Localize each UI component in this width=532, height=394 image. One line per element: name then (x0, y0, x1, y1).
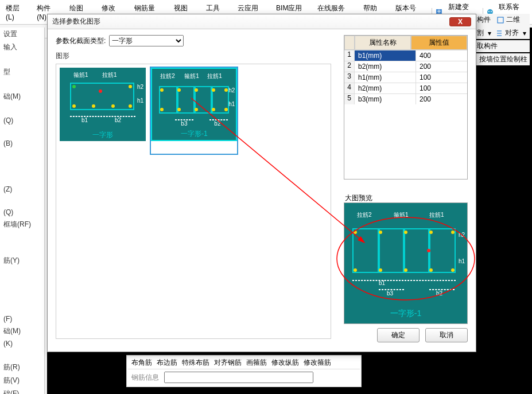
rebar-info-input[interactable] (164, 372, 313, 383)
left-item[interactable]: 型 (0, 65, 44, 79)
svg-rect-5 (498, 17, 503, 23)
preview-section-label: 大图预览 (345, 193, 372, 203)
shape-thumb-label: 一字形 (60, 130, 146, 140)
menu-floor[interactable]: 楼层(L) (2, 2, 31, 22)
twod-button[interactable]: 二维 (506, 15, 520, 25)
preview-box: 拉筋2 箍筋1 拉筋1 h2 h1 b1 b3 b2 一字形-1 (344, 202, 468, 324)
attr-row[interactable]: 3h1(mm)100 (344, 72, 467, 83)
rebar-info-label: 钢筋信息 (131, 373, 159, 381)
left-item[interactable]: (Z) (0, 184, 44, 195)
left-item[interactable]: 础(M) (0, 90, 44, 103)
svg-point-4 (491, 11, 492, 12)
drawing-canvas-right[interactable] (476, 28, 532, 394)
bottom-tab[interactable]: 对齐钢筋 (214, 358, 242, 368)
left-item[interactable]: 筋(R) (0, 361, 44, 374)
attr-row[interactable]: 5b3(mm)200 (344, 93, 467, 104)
svg-point-3 (488, 11, 490, 12)
bottom-tab[interactable]: 特殊布筋 (182, 358, 209, 368)
parametric-shape-dialog: 选择参数化图形 X 参数化截面类型: 一字形 图形 箍筋1 拉筋1 (47, 14, 476, 352)
bottom-rebar-toolbar: 布角筋 布边筋 特殊布筋 对齐钢筋 画箍筋 修改纵筋 修改箍筋 钢筋信息 (126, 355, 362, 387)
left-item[interactable]: (B) (0, 138, 44, 149)
left-item[interactable]: 础(F) (0, 387, 44, 394)
attr-header-name: 属性名称 (355, 36, 411, 50)
left-item[interactable]: 框墙(RF) (0, 218, 44, 231)
bottom-tab[interactable]: 布角筋 (131, 358, 152, 368)
align-icon (496, 30, 503, 37)
left-item[interactable]: 础(M) (0, 325, 44, 338)
right-tool-cluster: 用构件 二维 分割 ▾ 对齐 ▾ 拾取构件 按墙位置绘制柱 (468, 14, 530, 65)
cancel-button[interactable]: 取消 (425, 328, 468, 342)
draw-column-by-wall-button[interactable]: 按墙位置绘制柱 (479, 54, 527, 64)
dialog-titlebar: 选择参数化图形 X (48, 14, 476, 29)
left-item[interactable]: (K) (0, 338, 44, 349)
left-item[interactable]: 筋(Y) (0, 254, 44, 267)
bottom-tab[interactable]: 修改纵筋 (271, 358, 299, 368)
shape-thumb-label: 一字形-1 (152, 129, 236, 139)
left-item[interactable]: (Q) (0, 206, 44, 218)
left-tree-panel: 设置 输入 型 础(M) (Q) (B) (Z) (Q) 框墙(RF) 筋(Y)… (0, 28, 45, 394)
attr-header-value: 属性值 (411, 36, 467, 50)
attr-row[interactable]: 1 b1(mm) 400 (344, 50, 467, 61)
left-item[interactable]: 筋(V) (0, 374, 44, 387)
bottom-tab[interactable]: 修改箍筋 (304, 358, 331, 368)
left-item[interactable]: 输入 (0, 41, 44, 54)
shape-thumb-yizhixing[interactable]: 箍筋1 拉筋1 h2 h1 b1 b2 一字形 (60, 68, 146, 154)
left-item[interactable]: (F) (0, 313, 44, 325)
ok-button[interactable]: 确定 (377, 328, 420, 342)
bottom-tab[interactable]: 布边筋 (157, 358, 177, 368)
left-item[interactable]: 设置 (0, 28, 44, 41)
left-item[interactable]: (Q) (0, 115, 44, 126)
section-type-select[interactable]: 一字形 (109, 35, 184, 46)
align-button[interactable]: 对齐 (505, 28, 519, 38)
attr-row[interactable]: 4h2(mm)100 (344, 83, 467, 93)
bottom-tab[interactable]: 画箍筋 (246, 358, 267, 368)
dialog-title-text: 选择参数化图形 (52, 17, 100, 26)
attribute-table: 属性名称 属性值 1 b1(mm) 400 2b2(mm)200 3h1(mm)… (344, 35, 468, 180)
attr-row[interactable]: 2b2(mm)200 (344, 61, 467, 72)
preview-shape-label: 一字形-1 (344, 309, 467, 319)
dialog-close-button[interactable]: X (449, 17, 471, 26)
section-type-label: 参数化截面类型: (56, 36, 106, 46)
twod-icon (497, 17, 504, 24)
shape-thumbnails-area: 箍筋1 拉筋1 h2 h1 b1 b2 一字形 (56, 64, 331, 339)
shape-thumb-yizhixing-1[interactable]: 拉筋2 箍筋1 拉筋1 h2 h1 b3 b2 一字形-1 (151, 68, 237, 154)
